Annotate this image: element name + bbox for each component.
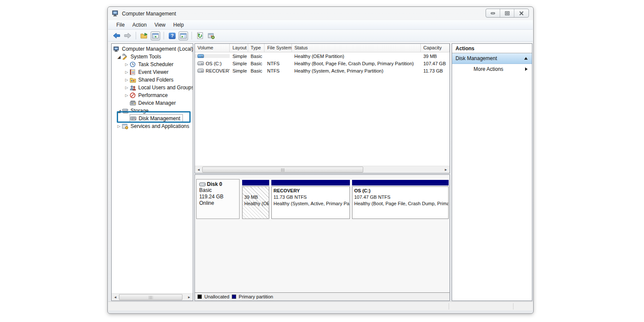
show-action-pane-icon[interactable] xyxy=(179,31,188,40)
volume-drive-icon xyxy=(197,69,204,73)
column-header-layout[interactable]: Layout xyxy=(230,44,248,52)
console-tree-panel: Computer Management (Local) ◢ System Too… xyxy=(111,43,193,301)
tree-item-event-viewer[interactable]: ▷ Event Viewer xyxy=(112,68,193,76)
submenu-arrow-icon xyxy=(525,67,528,71)
export-folder-icon[interactable] xyxy=(140,31,149,40)
refresh-glyph: ↻ xyxy=(197,32,203,39)
close-button[interactable] xyxy=(514,9,529,17)
toolbar-separator xyxy=(191,32,192,39)
partition-os-c[interactable]: OS (C:) 107.47 GB NTFS Healthy (Boot, Pa… xyxy=(352,180,449,219)
expander-collapsed-icon[interactable]: ▷ xyxy=(124,93,130,97)
menu-file[interactable]: File xyxy=(112,21,128,29)
partition-recovery[interactable]: RECOVERY 11.73 GB NTFS Healthy (System, … xyxy=(271,180,350,219)
properties-icon[interactable] xyxy=(207,31,216,40)
partition-size: 39 MB xyxy=(244,194,269,200)
tree-item-services-applications[interactable]: ▷ Services and Applications xyxy=(112,122,193,130)
partition-size: 11.73 GB NTFS xyxy=(273,194,349,200)
volume-row-oem[interactable]: Simple Basic Healthy (OEM Partition) 39 … xyxy=(195,52,450,60)
partition-label: RECOVERY xyxy=(273,188,349,194)
unallocated-color-swatch xyxy=(197,295,202,299)
titlebar: Computer Management xyxy=(108,7,533,20)
tree-item-shared-folders[interactable]: ▷ Shared Folders xyxy=(112,76,193,84)
column-header-file-system[interactable]: File System xyxy=(264,44,292,52)
expander-collapsed-icon[interactable]: ▷ xyxy=(124,78,130,82)
scroll-left-arrow[interactable]: ◄ xyxy=(195,166,202,173)
column-header-capacity[interactable]: Capacity xyxy=(421,44,450,52)
menu-action[interactable]: Action xyxy=(128,21,150,29)
menu-help[interactable]: Help xyxy=(170,21,188,29)
back-arrow-icon[interactable] xyxy=(112,31,121,40)
actions-group-disk-management[interactable]: Disk Management xyxy=(452,53,532,64)
show-console-tree-icon[interactable] xyxy=(151,31,160,40)
partition-oem[interactable]: 39 MB Healthy (OEM Partition) xyxy=(242,180,269,219)
partition-color-bar xyxy=(242,180,269,185)
computer-icon xyxy=(113,46,121,52)
legend-unallocated-label: Unallocated xyxy=(204,294,229,299)
tree-item-device-manager[interactable]: Device Manager xyxy=(112,99,193,107)
expander-collapsed-icon[interactable]: ▷ xyxy=(116,124,122,128)
window-controls xyxy=(486,9,529,18)
tree-item-performance[interactable]: ▷ Performance xyxy=(112,91,193,99)
volume-drive-icon xyxy=(197,54,204,58)
minimize-button[interactable] xyxy=(486,9,500,17)
volume-list-horizontal-scrollbar[interactable]: ◄ ► xyxy=(195,166,450,173)
expander-collapsed-icon[interactable]: ▷ xyxy=(124,70,130,74)
disk-graphical-panel: Disk 0 Basic 119.24 GB Online 39 MB Heal… xyxy=(194,174,450,301)
task-scheduler-icon xyxy=(130,61,137,67)
services-applications-icon xyxy=(122,124,129,129)
tree-horizontal-scrollbar[interactable]: ◄ ► xyxy=(112,293,193,301)
refresh-icon[interactable]: ↻ xyxy=(195,31,205,40)
column-header-volume[interactable]: Volume xyxy=(195,44,230,52)
help-icon[interactable]: ? xyxy=(167,31,177,40)
scrollbar-thumb[interactable] xyxy=(119,294,182,300)
tree-item-local-users-groups[interactable]: ▷ Local Users and Groups xyxy=(112,84,193,91)
actions-header: Actions xyxy=(452,44,532,53)
scroll-left-arrow[interactable]: ◄ xyxy=(112,294,119,301)
column-header-type[interactable]: Type xyxy=(248,44,265,52)
toolbar: ? ↻ xyxy=(108,30,533,42)
partition-color-bar xyxy=(271,180,350,185)
disk0-status: Online xyxy=(199,200,237,207)
system-tools-icon xyxy=(122,54,129,60)
computer-icon xyxy=(112,10,119,17)
computer-management-window: Computer Management File Action View Hel… xyxy=(107,6,534,314)
window-title: Computer Management xyxy=(122,11,176,17)
more-actions-item[interactable]: More Actions xyxy=(452,64,532,74)
partition-label: OS (C:) xyxy=(354,188,448,194)
volume-list-panel: Volume Layout Type File System Status Ca… xyxy=(194,43,450,173)
partition-legend: Unallocated Primary partition xyxy=(195,292,450,301)
scrollbar-thumb[interactable] xyxy=(202,167,363,173)
restore-button[interactable] xyxy=(500,9,514,17)
volume-row-os-c[interactable]: OS (C:) Simple Basic NTFS Healthy (Boot,… xyxy=(195,60,450,67)
disk0-size: 119.24 GB xyxy=(199,194,237,200)
menu-bar: File Action View Help xyxy=(108,20,533,30)
column-header-status[interactable]: Status xyxy=(292,44,421,52)
disk0-name: Disk 0 xyxy=(207,181,222,187)
collapse-group-icon[interactable] xyxy=(524,57,528,60)
volume-drive-icon xyxy=(197,61,204,65)
primary-partition-color-swatch xyxy=(232,295,236,299)
partition-status: Healthy (System, Active, Primary Partiti… xyxy=(273,200,349,207)
forward-arrow-icon[interactable] xyxy=(123,31,132,40)
device-manager-icon xyxy=(130,100,137,106)
legend-primary-label: Primary partition xyxy=(239,294,273,299)
actions-pane: Actions Disk Management More Actions xyxy=(452,43,532,301)
expander-collapsed-icon[interactable]: ▷ xyxy=(124,62,130,67)
menu-view[interactable]: View xyxy=(151,21,170,29)
tree-item-computer-management[interactable]: Computer Management (Local) xyxy=(112,45,193,53)
partition-size: 107.47 GB NTFS xyxy=(354,194,448,200)
tree-item-task-scheduler[interactable]: ▷ Task Scheduler xyxy=(112,61,193,68)
shared-folders-icon xyxy=(130,77,137,83)
partition-color-bar xyxy=(352,180,449,185)
scroll-right-arrow[interactable]: ► xyxy=(185,294,193,301)
tree-item-system-tools[interactable]: ◢ System Tools xyxy=(112,53,193,61)
scroll-right-arrow[interactable]: ► xyxy=(442,166,450,173)
status-bar xyxy=(108,301,533,310)
expander-collapsed-icon[interactable]: ▷ xyxy=(124,85,130,90)
disk0-info-box[interactable]: Disk 0 Basic 119.24 GB Online xyxy=(196,179,240,219)
toolbar-separator xyxy=(164,32,164,39)
expander-expanded-icon[interactable]: ◢ xyxy=(116,55,122,59)
statusbar-separator xyxy=(449,303,449,310)
toolbar-separator xyxy=(136,32,136,39)
volume-row-recovery[interactable]: RECOVERY Simple Basic NTFS Healthy (Syst… xyxy=(195,67,450,74)
